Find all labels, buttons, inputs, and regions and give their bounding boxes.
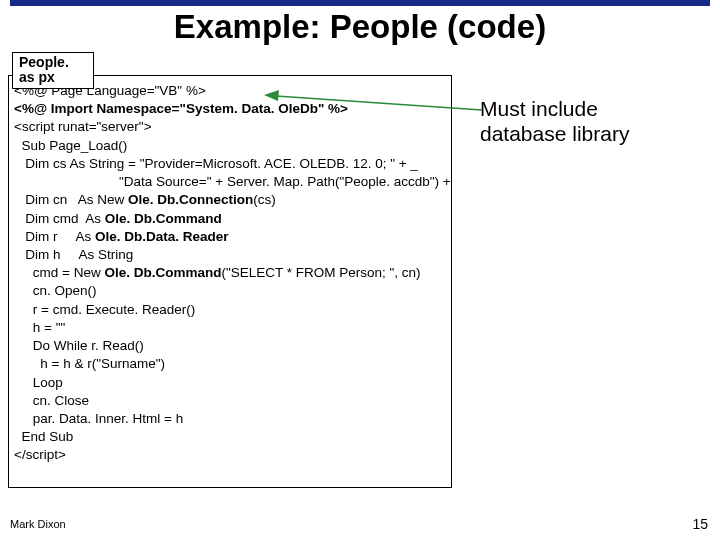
code-line: Dim cs As String = "Provider=Microsoft. … xyxy=(14,156,418,171)
top-accent-bar xyxy=(10,0,710,6)
code-line: </script> xyxy=(14,447,66,462)
code-line: Dim h As String xyxy=(14,247,133,262)
code-line: cn. Open() xyxy=(14,283,97,298)
code-line: h = h & r("Surname") xyxy=(14,356,165,371)
code-line: Sub Page_Load() xyxy=(14,138,127,153)
code-line: Dim cmd As Ole. Db.Command xyxy=(14,211,222,226)
annotation-text: Must include database library xyxy=(480,96,629,146)
code-line: cn. Close xyxy=(14,393,89,408)
svg-marker-1 xyxy=(264,90,279,101)
svg-line-0 xyxy=(276,96,482,110)
annotation-line: Must include xyxy=(480,96,629,121)
footer-author: Mark Dixon xyxy=(10,518,66,530)
filename-label: People. as px xyxy=(12,52,94,89)
footer-page-number: 15 xyxy=(692,516,708,532)
code-line: Dim cn As New Ole. Db.Connection(cs) xyxy=(14,192,276,207)
code-line: End Sub xyxy=(14,429,73,444)
code-line: r = cmd. Execute. Reader() xyxy=(14,302,195,317)
code-line: Dim r As Ole. Db.Data. Reader xyxy=(14,229,229,244)
code-line: <script runat="server"> xyxy=(14,119,152,134)
code-line: Loop xyxy=(14,375,63,390)
arrow-icon xyxy=(264,88,484,118)
code-line: Do While r. Read() xyxy=(14,338,144,353)
code-listing: <%@ Page Language="VB" %> <%@ Import Nam… xyxy=(8,75,452,488)
code-line: "Data Source=" + Server. Map. Path("Peop… xyxy=(14,174,452,189)
code-line: par. Data. Inner. Html = h xyxy=(14,411,183,426)
annotation-line: database library xyxy=(480,121,629,146)
code-line: h = "" xyxy=(14,320,65,335)
slide-title: Example: People (code) xyxy=(0,8,720,46)
code-line: cmd = New Ole. Db.Command("SELECT * FROM… xyxy=(14,265,421,280)
